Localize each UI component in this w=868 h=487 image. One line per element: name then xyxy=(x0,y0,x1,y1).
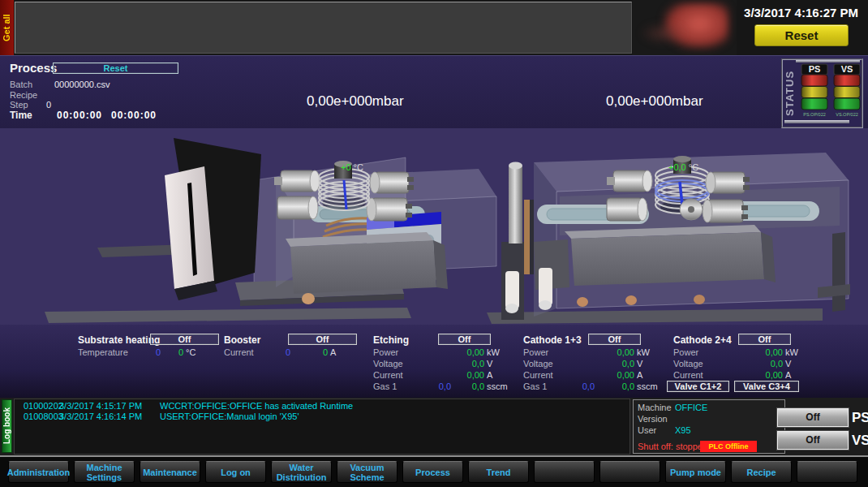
nav-button-maintenance[interactable]: Maintenance xyxy=(140,461,200,483)
plc-offline-button[interactable]: PLC Offline xyxy=(700,441,757,452)
status-traffic-lights: PS PS.OP/022 VS VS.OP/022 xyxy=(801,62,862,124)
ps-off-button[interactable]: Off xyxy=(777,408,849,427)
log-time: 3/3/2017 4:16:14 PM xyxy=(59,412,160,422)
value-row: Gas 1 0,0 0,0 sscm xyxy=(523,381,662,392)
row-unit: sscm xyxy=(634,381,662,392)
row-setpoint xyxy=(737,347,751,358)
bottom-strip: Log book 01000202 3/3/2017 4:15:17 PM WC… xyxy=(0,398,868,457)
nav-button-empty-2[interactable] xyxy=(599,461,660,483)
row-label: Voltage xyxy=(673,358,737,369)
status-title: STATUS xyxy=(784,62,798,125)
ps-yellow-light xyxy=(801,87,827,98)
row-setpoint xyxy=(580,347,595,358)
row-setpoint: 0,0 xyxy=(580,381,595,392)
row-setpoint xyxy=(435,347,451,358)
row-setpoint xyxy=(737,358,751,369)
log-id: 01000202 xyxy=(24,401,59,412)
row-unit: V xyxy=(634,358,662,369)
left-temp-value: +0 xyxy=(341,162,351,172)
valve-c3-4-button[interactable]: Valve C3+4 xyxy=(734,381,799,392)
value-row: Power 0,00 kW xyxy=(673,347,799,358)
get-all-alarms-button[interactable]: Get all alarms xyxy=(0,0,14,55)
row-label: Current xyxy=(224,347,282,358)
nav-button-pump-mode[interactable]: Pump mode xyxy=(665,461,726,483)
pressure-readout-left: 0,00e+000mbar xyxy=(307,93,404,110)
row-setpoint: 0,0 xyxy=(435,381,451,392)
pressure-readout-right: 0,00e+000mbar xyxy=(606,93,703,110)
logbook-tab[interactable]: Log book xyxy=(2,399,12,453)
value-row: Voltage 0,0 V xyxy=(523,358,662,369)
cathode24-off-button[interactable]: Off xyxy=(738,334,791,345)
log-message: USERT:OFFICE:Manual login 'X95' xyxy=(160,412,630,422)
log-time: 3/3/2017 4:15:17 PM xyxy=(59,401,160,412)
cathode13-off-button[interactable]: Off xyxy=(588,334,641,345)
row-unit: V xyxy=(484,358,512,369)
vs-light-caption: VS.OP/022 xyxy=(836,112,858,117)
right-temp-unit: °C xyxy=(689,162,698,172)
valve-c1-2-button[interactable]: Valve C1+2 xyxy=(667,381,729,392)
vs-light-label: VS xyxy=(841,64,853,74)
alarm-reset-button[interactable]: Reset xyxy=(754,24,849,46)
nav-button-empty-3[interactable] xyxy=(797,461,857,483)
vs-yellow-light xyxy=(834,87,860,98)
row-unit: A xyxy=(328,347,344,358)
ps-light-label: PS xyxy=(809,64,821,74)
vs-green-light xyxy=(834,98,860,110)
batch-label: Batch xyxy=(10,80,32,89)
nav-button-water-distribution[interactable]: Water Distribution xyxy=(271,461,332,483)
log-entry: 01008003 3/3/2017 4:16:14 PM USERT:OFFIC… xyxy=(15,412,630,422)
row-label: Power xyxy=(673,347,737,358)
alarm-list-panel xyxy=(15,2,632,54)
row-label: Current xyxy=(373,369,435,381)
row-actual: 0,0 xyxy=(595,358,634,369)
row-setpoint xyxy=(737,369,751,381)
log-message: WCCRT:OFFICE:OFFICE has activated Runtim… xyxy=(160,401,630,412)
ps-green-light xyxy=(801,98,827,110)
nav-button-trend[interactable]: Trend xyxy=(468,461,529,483)
nav-button-log-on[interactable]: Log on xyxy=(205,461,266,483)
vs-off-button[interactable]: Off xyxy=(777,431,849,450)
navigation-bar: Administration Machine Settings Maintena… xyxy=(0,457,868,487)
process-reset-button[interactable]: Reset xyxy=(53,62,178,74)
version-value xyxy=(675,414,784,425)
row-label: Gas 1 xyxy=(373,381,435,392)
nav-button-machine-settings[interactable]: Machine Settings xyxy=(74,461,135,483)
booster-off-button[interactable]: Off xyxy=(288,334,357,345)
logbook-list[interactable]: 01000202 3/3/2017 4:15:17 PM WCCRT:OFFIC… xyxy=(14,399,630,455)
version-label: Version xyxy=(638,414,675,425)
time-elapsed: 00:00:00 xyxy=(57,110,102,121)
right-temp-value: +0,0 xyxy=(668,162,686,172)
nav-button-process[interactable]: Process xyxy=(402,461,463,483)
row-unit: kW xyxy=(484,347,512,358)
row-label: Voltage xyxy=(373,358,435,369)
left-temp-unit: °C xyxy=(354,162,363,172)
row-actual: 0,0 xyxy=(451,358,484,369)
nav-button-vacuum-scheme[interactable]: Vacuum Scheme xyxy=(337,461,397,483)
left-temperature-label: +0 °C xyxy=(341,162,363,172)
row-actual: 0,00 xyxy=(595,347,634,358)
row-label: Power xyxy=(523,347,580,358)
nav-button-empty-1[interactable] xyxy=(534,461,595,483)
value-row: Current 0 0 A xyxy=(224,347,344,358)
etching-off-button[interactable]: Off xyxy=(438,334,491,345)
row-setpoint xyxy=(435,358,451,369)
process-header: Process Reset Batch 00000000.csv Recipe … xyxy=(0,55,868,128)
value-row: Current 0,00 A xyxy=(523,369,662,381)
group-title: Etching xyxy=(373,334,409,346)
row-unit: kW xyxy=(783,347,799,358)
row-label: Voltage xyxy=(523,358,580,369)
nav-button-administration[interactable]: Administration xyxy=(8,461,69,483)
nav-button-recipe[interactable]: Recipe xyxy=(731,461,792,483)
machine-info-box: Machine OFFICE Version User X95 Shutt of… xyxy=(633,399,785,454)
substrate-heating-off-button[interactable]: Off xyxy=(150,334,219,345)
ps-red-light xyxy=(801,75,827,86)
row-unit: sscm xyxy=(484,381,512,392)
log-entry: 01000202 3/3/2017 4:15:17 PM WCCRT:OFFIC… xyxy=(15,401,630,412)
row-actual: 0 xyxy=(290,347,328,358)
row-actual: 0,00 xyxy=(451,369,484,381)
row-label: Current xyxy=(673,369,737,381)
row-unit: A xyxy=(783,369,799,381)
user-label: User xyxy=(638,425,675,436)
machine-3d-view: +0 °C +0,0 °C xyxy=(0,128,868,325)
right-temperature-label: +0,0 °C xyxy=(668,162,698,172)
